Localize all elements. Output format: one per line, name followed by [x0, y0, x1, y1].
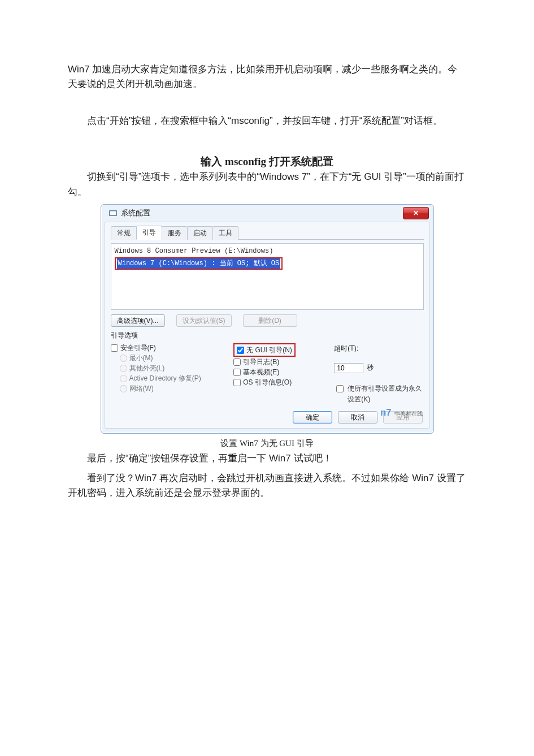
no-gui-checkbox[interactable]: 无 GUI 引导(N): [237, 345, 292, 356]
safe-boot-checkbox[interactable]: 安全引导(F): [111, 343, 223, 353]
basevideo-label: 基本视频(E): [243, 367, 279, 378]
safe-boot-label: 安全引导(F): [120, 343, 156, 353]
safe-boot-network-label: 网络(W): [129, 383, 154, 394]
boot-options-area: 安全引导(F) 最小(M) 其他外壳(L) Active Direct: [111, 343, 424, 404]
cancel-button[interactable]: 取消: [338, 411, 377, 424]
safe-boot-min-input: [120, 355, 127, 362]
os-button-row: 高级选项(V)... 设为默认值(S) 删除(D): [111, 314, 424, 327]
osinfo-label: OS 引导信息(O): [243, 377, 292, 388]
dialog-footer: n7 中关村在线 确定 取消 应用: [111, 411, 424, 424]
safe-boot-input[interactable]: [111, 344, 118, 352]
os-entry-win8[interactable]: Windows 8 Consumer Preview (E:\Windows): [115, 246, 420, 257]
dialog-title: 系统配置: [121, 208, 150, 219]
tab-general[interactable]: 常规: [111, 226, 137, 240]
document-page: Win7 加速启动大家肯定知道很多方法，比如禁用开机启动项啊，减少一些服务啊之类…: [0, 0, 534, 756]
safe-boot-altshell-label: 其他外壳(L): [129, 363, 165, 374]
permanent-checkbox[interactable]: 使所有引导设置成为永久设置(K): [334, 383, 423, 404]
ok-button[interactable]: 确定: [293, 411, 332, 424]
timeout-input[interactable]: [334, 363, 363, 373]
close-button[interactable]: ✕: [403, 207, 429, 219]
tab-boot[interactable]: 引导: [136, 226, 162, 240]
safe-boot-adrepair-input: [120, 375, 127, 382]
os-entry-win7-highlight: Windows 7 (C:\Windows) : 当前 OS; 默认 OS: [115, 257, 283, 270]
os-entry-win7[interactable]: Windows 7 (C:\Windows) : 当前 OS; 默认 OS: [117, 258, 281, 269]
app-icon: [109, 209, 118, 218]
bootlog-checkbox[interactable]: 引导日志(B): [233, 357, 323, 367]
basevideo-input[interactable]: [233, 369, 241, 376]
permanent-input[interactable]: [336, 385, 344, 392]
screenshot-caption: 设置 Win7 为无 GUI 引导: [68, 437, 466, 450]
safe-boot-min-label: 最小(M): [129, 353, 153, 364]
tab-services[interactable]: 服务: [162, 226, 188, 240]
advanced-options-button[interactable]: 高级选项(V)...: [111, 314, 165, 327]
paragraph-intro: Win7 加速启动大家肯定知道很多方法，比如禁用开机启动项啊，减少一些服务啊之类…: [68, 62, 466, 92]
paragraph-step4: 看到了没？Win7 再次启动时，会跳过开机动画直接进入系统。不过如果你给 Win…: [68, 471, 466, 501]
safe-boot-adrepair: Active Directory 修复(P): [111, 374, 223, 384]
timeout-label: 超时(T):: [334, 343, 423, 354]
osinfo-input[interactable]: [233, 379, 241, 386]
osinfo-checkbox[interactable]: OS 引导信息(O): [233, 377, 323, 387]
boot-options-col-mid: 无 GUI 引导(N) 引导日志(B) 基本视频(E): [233, 343, 323, 404]
system-config-dialog: 系统配置 ✕ 常规 引导 服务 启动 工具 Windows 8 Consumer: [101, 204, 434, 434]
boot-options-col-left: 安全引导(F) 最小(M) 其他外壳(L) Active Direct: [111, 343, 223, 404]
bootlog-label: 引导日志(B): [243, 357, 279, 368]
safe-boot-min: 最小(M): [111, 353, 223, 364]
no-gui-input[interactable]: [237, 347, 244, 354]
dialog-body: 常规 引导 服务 启动 工具 Windows 8 Consumer Previe…: [105, 222, 430, 429]
os-list[interactable]: Windows 8 Consumer Preview (E:\Windows) …: [111, 243, 424, 310]
set-default-button: 设为默认值(S): [176, 314, 232, 327]
safe-boot-adrepair-label: Active Directory 修复(P): [129, 373, 201, 384]
timeout-unit: 秒: [367, 362, 374, 373]
boot-options-title: 引导选项: [111, 330, 424, 341]
tab-strip: 常规 引导 服务 启动 工具: [111, 226, 424, 240]
bootlog-input[interactable]: [233, 358, 241, 366]
apply-button: 应用: [383, 411, 423, 424]
paragraph-step3: 最后，按“确定”按钮保存设置，再重启一下 Win7 试试吧！: [68, 451, 466, 466]
tab-startup[interactable]: 启动: [187, 226, 213, 240]
paragraph-step2: 切换到“引导”选项卡，选中系列列表中的“Windows 7”，在下方“无 GUI…: [68, 170, 466, 200]
no-gui-highlight: 无 GUI 引导(N): [233, 343, 296, 357]
safe-boot-network: 网络(W): [111, 384, 223, 394]
dialog-screenshot: 系统配置 ✕ 常规 引导 服务 启动 工具 Windows 8 Consumer: [101, 204, 434, 434]
boot-options-col-right: 超时(T): 秒 使所有引导设置成为永久设置(K): [334, 343, 423, 404]
svg-rect-1: [110, 211, 116, 215]
close-icon: ✕: [413, 208, 419, 219]
delete-button: 删除(D): [243, 314, 297, 327]
basevideo-checkbox[interactable]: 基本视频(E): [233, 367, 323, 377]
heading-msconfig: 输入 msconfig 打开系统配置: [68, 153, 466, 170]
safe-boot-altshell: 其他外壳(L): [111, 364, 223, 374]
tab-tools[interactable]: 工具: [212, 226, 238, 240]
safe-boot-altshell-input: [120, 365, 127, 372]
safe-boot-network-input: [120, 385, 127, 392]
permanent-label: 使所有引导设置成为永久设置(K): [348, 383, 423, 404]
no-gui-label: 无 GUI 引导(N): [246, 345, 292, 356]
dialog-titlebar: 系统配置 ✕: [105, 205, 430, 222]
paragraph-step1: 点击“开始”按钮，在搜索框中输入“msconfig”，并按回车键，打开“系统配置…: [68, 114, 466, 128]
